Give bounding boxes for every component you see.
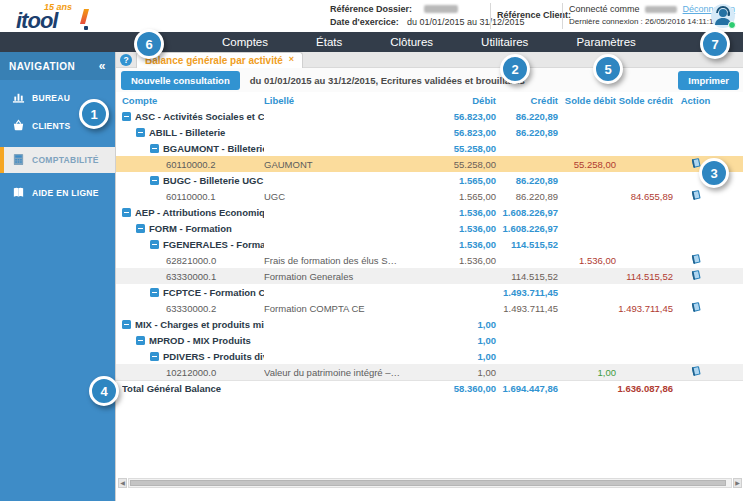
table-row[interactable]: 63330000.1Formation Generales114.515,521… xyxy=(116,268,743,284)
menu-item-comptes[interactable]: Comptes xyxy=(222,36,268,48)
last-login-text: Dernière connexion : 26/05/2016 14:11:18 xyxy=(569,17,718,26)
collapse-minus-icon[interactable] xyxy=(122,320,131,329)
table-row[interactable]: 63330000.2Formation COMPTA CE1.493.711,4… xyxy=(116,300,743,316)
credit-cell: 1.694.447,86 xyxy=(496,383,558,394)
scroll-right-arrow[interactable]: ▶ xyxy=(733,478,742,488)
table-header-row: Compte Libellé Débit Crédit Solde débit … xyxy=(116,92,743,108)
callout-annotation-7: 7 xyxy=(700,29,730,59)
table-row[interactable]: PDIVERS - Produits divers1,00 xyxy=(116,348,743,364)
collapse-minus-icon[interactable] xyxy=(136,128,145,137)
new-consultation-button[interactable]: Nouvelle consultation xyxy=(121,71,240,90)
collapse-minus-icon[interactable] xyxy=(150,288,159,297)
menu-item-parametres[interactable]: Paramètres xyxy=(576,36,635,48)
print-button[interactable]: Imprimer xyxy=(678,71,739,90)
table-row[interactable]: 60110000.2GAUMONT55.258,0055.258,00 xyxy=(116,156,743,172)
table-row[interactable]: MPROD - MIX Produits1,00 xyxy=(116,332,743,348)
debit-cell: 1.536,00 xyxy=(401,239,496,250)
column-header-solde-debit[interactable]: Solde débit xyxy=(558,95,616,106)
scrollbar-thumb[interactable] xyxy=(130,480,726,486)
callout-annotation-1: 1 xyxy=(79,99,109,129)
column-header-compte[interactable]: Compte xyxy=(122,95,264,106)
column-header-credit[interactable]: Crédit xyxy=(496,95,558,106)
column-header-debit[interactable]: Débit xyxy=(401,95,496,106)
table-row[interactable]: BUGC - Billeterie UGC1.565,0086.220,89 xyxy=(116,172,743,188)
credit-cell: 1.608.226,97 xyxy=(496,207,558,218)
table-row[interactable]: 10212000.0Valeur du patrimoine intégré –… xyxy=(116,364,743,380)
collapse-minus-icon[interactable] xyxy=(136,336,145,345)
compte-cell: AEP - Attributions Economiques et Pr... xyxy=(122,207,264,218)
navigation-header: NAVIGATION « xyxy=(0,52,115,80)
scrollbar-track[interactable] xyxy=(128,478,732,488)
column-header-action[interactable]: Action xyxy=(673,95,718,106)
collapse-minus-icon[interactable] xyxy=(136,224,145,233)
table-row[interactable]: BGAUMONT - Billeterie GAUMO...55.258,00 xyxy=(116,140,743,156)
debit-cell: 1,00 xyxy=(401,319,496,330)
table-total-row[interactable]: Total Général Balance58.360,001.694.447,… xyxy=(116,380,743,396)
table-row[interactable]: FCPTCE - Formation Compta CE1.493.711,45 xyxy=(116,284,743,300)
compte-cell: 62821000.0 xyxy=(122,255,264,266)
compte-cell: 63330000.1 xyxy=(122,271,264,282)
scroll-left-arrow[interactable]: ◀ xyxy=(118,478,127,488)
sidebar-item-aide-en-ligne[interactable]: AIDE EN LIGNE xyxy=(0,180,115,206)
credit-cell: 114.515,52 xyxy=(496,271,558,282)
column-header-solde-credit[interactable]: Solde crédit xyxy=(616,95,673,106)
collapse-minus-icon[interactable] xyxy=(150,144,159,153)
tab-strip: ? Balance générale par activité × xyxy=(116,52,743,68)
debit-cell: 1.565,00 xyxy=(401,175,496,186)
libelle-cell: UGC xyxy=(264,191,401,202)
table-row[interactable]: ASC - Activités Sociales et Culturelles5… xyxy=(116,108,743,124)
chart-icon xyxy=(12,91,25,106)
logo-accent-stripe xyxy=(80,9,89,24)
credit-cell: 1.493.711,45 xyxy=(496,303,558,314)
balance-table-body: ASC - Activités Sociales et Culturelles5… xyxy=(116,108,743,396)
table-row[interactable]: AEP - Attributions Economiques et Pr...1… xyxy=(116,204,743,220)
table-row[interactable]: FGENERALES - Formations gene...1.536,001… xyxy=(116,236,743,252)
collapse-minus-icon[interactable] xyxy=(150,352,159,361)
callout-annotation-2: 2 xyxy=(500,54,530,84)
sidebar-item-comptabilite[interactable]: COMPTABILITÉ xyxy=(0,147,115,173)
compte-cell: FCPTCE - Formation Compta CE xyxy=(122,287,264,298)
sidebar-collapse-icon[interactable]: « xyxy=(99,59,106,73)
user-avatar[interactable] xyxy=(711,4,735,28)
collapse-minus-icon[interactable] xyxy=(122,208,131,217)
menu-item-etats[interactable]: États xyxy=(316,36,342,48)
compte-cell: FGENERALES - Formations gene... xyxy=(122,239,264,250)
menu-item-clotures[interactable]: Clôtures xyxy=(390,36,433,48)
online-status-dot xyxy=(728,21,736,29)
debit-cell: 1.536,00 xyxy=(401,223,496,234)
book-icon xyxy=(12,186,25,201)
compte-cell: PDIVERS - Produits divers xyxy=(122,351,264,362)
help-icon[interactable]: ? xyxy=(120,54,132,66)
libelle-cell: Formation COMPTA CE xyxy=(264,303,401,314)
solde-credit-cell: 1.493.711,45 xyxy=(616,303,673,314)
journal-book-icon[interactable] xyxy=(690,253,702,265)
table-row[interactable]: 62821000.0Frais de formation des élus Se… xyxy=(116,252,743,268)
collapse-minus-icon[interactable] xyxy=(150,176,159,185)
action-cell xyxy=(673,253,718,267)
solde-credit-cell: 1.636.087,86 xyxy=(616,383,673,394)
menu-item-utilitaires[interactable]: Utilitaires xyxy=(481,36,528,48)
horizontal-scrollbar[interactable]: ◀ ▶ xyxy=(118,477,742,489)
table-row[interactable]: FORM - Formation1.536,001.608.226,97 xyxy=(116,220,743,236)
libelle-cell: Valeur du patrimoine intégré – Section A… xyxy=(264,367,401,378)
table-row[interactable]: 60110000.1UGC1.565,0086.220,8984.655,89 xyxy=(116,188,743,204)
solde-credit-cell: 114.515,52 xyxy=(616,271,673,282)
column-header-libelle[interactable]: Libellé xyxy=(264,95,401,106)
table-row[interactable]: ABILL - Billeterie56.823,0086.220,89 xyxy=(116,124,743,140)
compte-cell: MIX - Charges et produits mixtes & ve... xyxy=(122,319,264,330)
journal-book-icon[interactable] xyxy=(690,301,702,313)
credit-cell: 86.220,89 xyxy=(496,127,558,138)
journal-book-icon[interactable] xyxy=(690,269,702,281)
journal-book-icon[interactable] xyxy=(690,189,702,201)
collapse-minus-icon[interactable] xyxy=(122,112,131,121)
collapse-minus-icon[interactable] xyxy=(150,240,159,249)
calculator-icon xyxy=(12,153,25,168)
table-row[interactable]: MIX - Charges et produits mixtes & ve...… xyxy=(116,316,743,332)
callout-annotation-5: 5 xyxy=(593,54,623,84)
tab-close-icon[interactable]: × xyxy=(289,54,294,64)
tab-balance-generale[interactable]: Balance générale par activité × xyxy=(136,52,303,68)
libelle-cell: Formation Generales xyxy=(264,271,401,282)
top-header: 15 ans itool Référence Dossier: Date d'e… xyxy=(0,0,743,32)
journal-book-icon[interactable] xyxy=(690,365,702,377)
credit-cell: 86.220,89 xyxy=(496,175,558,186)
